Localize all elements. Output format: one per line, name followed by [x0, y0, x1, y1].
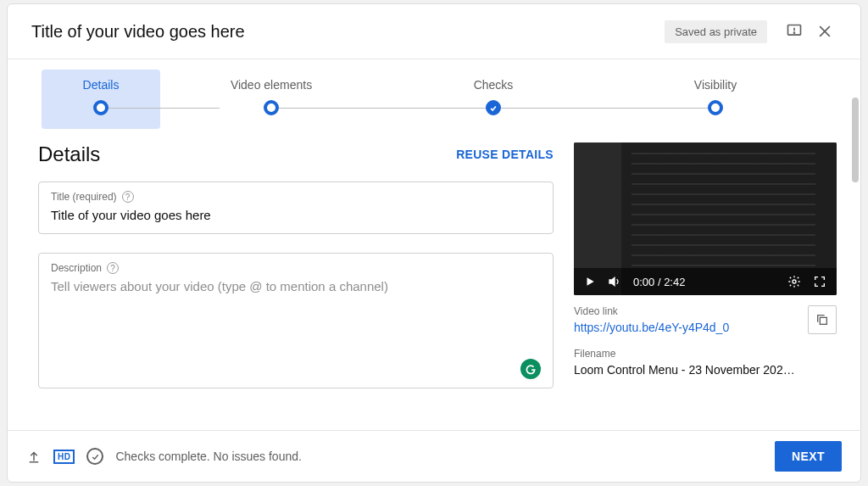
svg-point-2 — [794, 32, 795, 33]
playback-time: 0:00 / 2:42 — [633, 276, 685, 288]
feedback-icon — [786, 23, 803, 40]
settings-icon[interactable] — [787, 275, 801, 288]
step-check-icon — [486, 100, 501, 115]
step-details[interactable]: Details — [42, 70, 160, 129]
description-textarea[interactable] — [51, 279, 541, 372]
help-icon[interactable]: ? — [107, 262, 119, 274]
video-link[interactable]: https://youtu.be/4eY-y4P4d_0 — [574, 321, 799, 334]
grammarly-icon[interactable] — [520, 359, 541, 379]
description-field-label: Description ? — [51, 262, 541, 274]
checks-status-text: Checks complete. No issues found. — [115, 450, 763, 463]
dialog-title: Title of your video goes here — [31, 22, 665, 42]
title-field[interactable]: Title (required) ? — [38, 182, 554, 234]
step-label: Visibility — [694, 78, 737, 92]
close-button[interactable] — [810, 16, 840, 47]
upload-icon[interactable] — [26, 449, 42, 464]
svg-point-7 — [793, 280, 796, 283]
copy-icon — [815, 313, 829, 327]
dialog-header: Title of your video goes here Saved as p… — [8, 4, 860, 59]
step-circle-icon — [93, 100, 108, 115]
save-status-badge: Saved as private — [665, 20, 767, 43]
feedback-button[interactable] — [779, 16, 810, 47]
dialog-body: Details REUSE DETAILS Title (required) ?… — [8, 129, 860, 430]
step-circle-icon — [264, 100, 279, 115]
volume-icon[interactable] — [608, 275, 621, 288]
fullscreen-icon[interactable] — [813, 275, 826, 288]
section-title: Details — [38, 142, 100, 166]
svg-rect-8 — [820, 317, 826, 324]
title-field-label: Title (required) ? — [51, 191, 541, 203]
stepper: Details Video elements Checks Visibility — [8, 59, 860, 129]
reuse-details-button[interactable]: REUSE DETAILS — [456, 148, 554, 161]
upload-dialog: Title of your video goes here Saved as p… — [7, 3, 861, 483]
step-label: Video elements — [231, 78, 312, 92]
step-checks[interactable]: Checks — [382, 70, 604, 129]
step-video-elements[interactable]: Video elements — [160, 70, 382, 129]
hd-icon: HD — [53, 450, 75, 464]
video-preview[interactable]: 0:00 / 2:42 — [574, 142, 837, 295]
filename-label: Filename — [574, 348, 837, 360]
title-input[interactable] — [51, 208, 541, 222]
video-link-label: Video link — [574, 305, 799, 317]
help-icon[interactable]: ? — [122, 191, 134, 203]
video-controls: 0:00 / 2:42 — [574, 268, 837, 295]
svg-marker-5 — [587, 277, 594, 285]
step-label: Checks — [474, 78, 514, 92]
details-form: Details REUSE DETAILS Title (required) ?… — [38, 142, 554, 430]
description-field[interactable]: Description ? — [38, 253, 554, 388]
copy-link-button[interactable] — [808, 305, 837, 334]
step-circle-icon — [708, 100, 723, 115]
checks-ok-icon — [86, 448, 103, 465]
close-icon — [816, 23, 833, 40]
next-button[interactable]: NEXT — [775, 441, 842, 472]
svg-marker-6 — [609, 277, 615, 285]
filename-value: Loom Control Menu - 23 November 202… — [574, 363, 837, 377]
play-icon[interactable] — [584, 276, 596, 288]
step-label: Details — [83, 78, 120, 92]
preview-panel: 0:00 / 2:42 Video link https://youtu.be/… — [574, 142, 837, 430]
step-visibility[interactable]: Visibility — [604, 70, 826, 129]
dialog-footer: HD Checks complete. No issues found. NEX… — [8, 430, 860, 482]
scrollbar[interactable] — [852, 98, 859, 182]
